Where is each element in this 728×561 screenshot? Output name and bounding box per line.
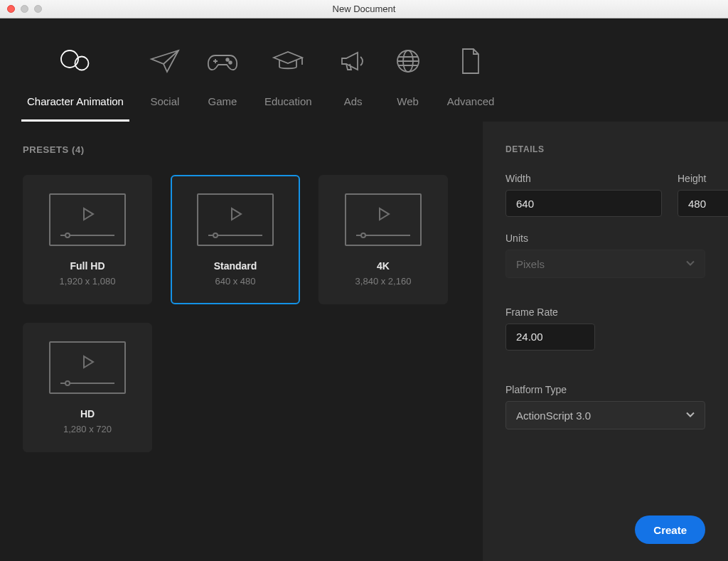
units-value: Pixels	[516, 258, 545, 270]
units-label: Units	[505, 233, 705, 244]
presets-grid: Full HD 1,920 x 1,080 Standard 640 x 480	[23, 175, 466, 452]
height-label: Height	[678, 173, 728, 184]
video-preset-icon	[49, 341, 126, 394]
width-label: Width	[505, 173, 662, 184]
height-input[interactable]	[678, 190, 728, 217]
frame-rate-label: Frame Rate	[505, 306, 705, 318]
tab-label: Education	[264, 95, 312, 107]
tab-ads[interactable]: Ads	[325, 43, 382, 122]
globe-icon	[395, 43, 422, 80]
tab-social[interactable]: Social	[136, 43, 193, 122]
document-icon	[459, 43, 482, 80]
window-title: New Document	[0, 4, 728, 14]
presets-panel: PRESETS (4) Full HD 1,920 x 1,080	[0, 122, 483, 561]
tab-game[interactable]: Game	[193, 43, 252, 122]
video-preset-icon	[345, 193, 422, 246]
preset-name: Full HD	[70, 260, 105, 272]
preset-dimensions: 640 x 480	[215, 276, 255, 287]
frame-rate-input[interactable]	[505, 324, 595, 351]
tab-web[interactable]: Web	[382, 43, 434, 122]
category-tabs: Character Animation Social Game Educatio…	[0, 18, 728, 122]
tab-label: Social	[150, 95, 179, 107]
platform-type-label: Platform Type	[505, 384, 705, 395]
preset-name: HD	[80, 408, 95, 420]
preset-name: 4K	[377, 260, 390, 272]
details-panel: DETAILS Width Height Units Pixels	[483, 122, 728, 561]
preset-dimensions: 3,840 x 2,160	[355, 276, 412, 287]
svg-point-3	[229, 61, 232, 64]
preset-standard[interactable]: Standard 640 x 480	[171, 175, 300, 304]
paper-plane-icon	[149, 43, 181, 80]
create-button[interactable]: Create	[635, 515, 705, 544]
preset-full-hd[interactable]: Full HD 1,920 x 1,080	[23, 175, 152, 304]
width-input[interactable]	[505, 190, 662, 217]
tab-label: Character Animation	[27, 95, 124, 107]
tab-label: Advanced	[447, 95, 495, 107]
tab-character-animation[interactable]: Character Animation	[14, 43, 136, 122]
game-controller-icon	[206, 43, 239, 80]
preset-dimensions: 1,920 x 1,080	[60, 276, 116, 287]
platform-type-select[interactable]: ActionScript 3.0	[505, 401, 705, 429]
tab-advanced[interactable]: Advanced	[434, 43, 508, 122]
video-preset-icon	[197, 193, 274, 246]
preset-dimensions: 1,280 x 720	[63, 424, 112, 434]
tab-education[interactable]: Education	[252, 43, 325, 122]
titlebar: New Document	[0, 0, 728, 18]
preset-4k[interactable]: 4K 3,840 x 2,160	[318, 175, 448, 304]
preset-hd[interactable]: HD 1,280 x 720	[23, 323, 152, 452]
tab-label: Web	[397, 95, 419, 107]
units-select: Pixels	[505, 250, 705, 278]
character-animation-icon	[58, 43, 93, 80]
presets-header: PRESETS (4)	[23, 144, 466, 155]
tab-label: Game	[208, 95, 237, 107]
video-preset-icon	[49, 193, 126, 246]
platform-value: ActionScript 3.0	[516, 410, 591, 422]
megaphone-icon	[338, 43, 369, 80]
graduation-cap-icon	[271, 43, 305, 80]
svg-point-2	[226, 58, 229, 61]
details-header: DETAILS	[505, 144, 705, 154]
tab-label: Ads	[344, 95, 363, 107]
preset-name: Standard	[214, 260, 257, 272]
chevron-down-icon	[685, 257, 696, 271]
chevron-down-icon	[685, 409, 696, 422]
